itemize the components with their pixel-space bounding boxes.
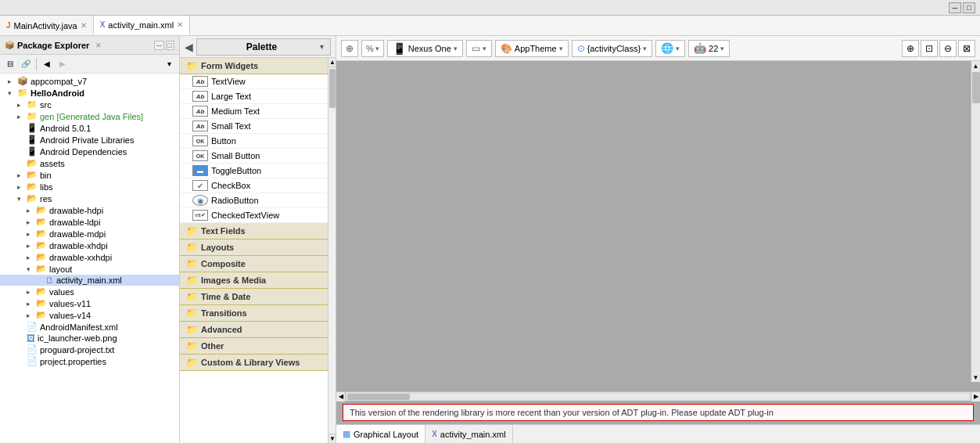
tree-item[interactable]: 📂 assets: [0, 157, 179, 169]
palette-section-images-media[interactable]: 📁 Images & Media: [180, 272, 328, 289]
panel-close-icon[interactable]: ✕: [95, 41, 102, 49]
package-explorer-tree[interactable]: ▸ 📦 appcompat_v7 ▾ 📁 HelloAndroid ▸ 📁 sr…: [0, 74, 179, 443]
zoom-dropdown[interactable]: % ▾: [361, 40, 384, 57]
zoom-out-right-button[interactable]: ⊖: [939, 40, 957, 57]
tree-item[interactable]: ▸ 📁 src: [0, 99, 179, 110]
editor-canvas[interactable]: ▲ ▼: [336, 61, 980, 391]
palette-scroll-thumb[interactable]: [329, 69, 336, 108]
tree-item[interactable]: ▸ 📂 drawable-xhdpi: [0, 240, 179, 251]
tree-item[interactable]: ▾ 📁 HelloAndroid: [0, 87, 179, 99]
panel-maximize-icon[interactable]: □: [166, 41, 174, 50]
drawable-mdpi-icon: 📂: [36, 229, 47, 239]
palette-scroll-up[interactable]: ▲: [328, 58, 336, 67]
scroll-v-down[interactable]: ▼: [971, 373, 980, 382]
tab-activity-xml[interactable]: X activity_main.xml: [425, 425, 512, 443]
zoom-in-button[interactable]: ⊕: [341, 40, 358, 57]
link-with-editor-button[interactable]: 🔗: [19, 57, 33, 71]
palette-section-time-date[interactable]: 📁 Time & Date: [180, 289, 328, 305]
custom-library-folder-icon: 📁: [186, 357, 198, 368]
tab-xml-close[interactable]: ✕: [177, 20, 183, 29]
tree-item[interactable]: 📱 Android Dependencies: [0, 146, 179, 157]
orientation-dropdown[interactable]: ▭ ▾: [466, 40, 492, 57]
tree-item[interactable]: ▸ 📦 appcompat_v7: [0, 75, 179, 87]
palette-back-arrow[interactable]: ◀: [185, 41, 193, 53]
values-icon: 📂: [36, 286, 47, 297]
palette-section-form-widgets[interactable]: 📁 Form Widgets: [180, 58, 328, 74]
scroll-h-right[interactable]: ▶: [971, 392, 980, 402]
zoom-actual-button[interactable]: ⊡: [921, 40, 938, 57]
tree-item[interactable]: ▾ 📂 res: [0, 193, 179, 204]
tree-label: Android 5.0.1: [40, 124, 91, 133]
canvas-scrollbar-vertical[interactable]: ▲ ▼: [971, 61, 980, 382]
locale-dropdown[interactable]: 🌐 ▾: [655, 40, 685, 57]
palette-section-text-fields[interactable]: 📁 Text Fields: [180, 223, 328, 240]
tree-item[interactable]: ▸ 📂 values: [0, 286, 179, 297]
tree-item[interactable]: 📄 AndroidManifest.xml: [0, 321, 179, 333]
textview-icon: Ab: [192, 76, 208, 87]
activity-dropdown[interactable]: ⊙ {activityClass} ▾: [572, 40, 652, 57]
tab-java-label: MainActivity.java: [14, 21, 77, 31]
scroll-h-thumb[interactable]: [347, 394, 410, 400]
tree-item[interactable]: 📄 proguard-project.txt: [0, 344, 179, 355]
tree-item[interactable]: 📱 Android 5.0.1: [0, 122, 179, 134]
tree-item[interactable]: 🖼 ic_launcher-web.png: [0, 333, 179, 344]
tab-java-close[interactable]: ✕: [81, 21, 87, 30]
back-button[interactable]: ◀: [40, 57, 54, 71]
api-dropdown[interactable]: 🤖 22 ▾: [688, 40, 730, 57]
tree-item[interactable]: ▸ 📂 libs: [0, 181, 179, 193]
tree-item[interactable]: ▸ 📂 bin: [0, 169, 179, 181]
palette-item-medium-text[interactable]: Ab Medium Text: [180, 104, 328, 119]
tree-item[interactable]: 📄 project.properties: [0, 355, 179, 367]
panel-menu-button[interactable]: ▾: [162, 57, 176, 71]
palette-scroll-down[interactable]: ▼: [328, 434, 336, 443]
scroll-v-up[interactable]: ▲: [971, 61, 980, 70]
tree-item[interactable]: ▸ 📁 gen [Generated Java Files]: [0, 110, 179, 122]
palette-item-toggle-button[interactable]: ▬ ToggleButton: [180, 164, 328, 178]
panel-minimize-icon[interactable]: ─: [154, 41, 163, 50]
tab-activity-main-xml[interactable]: X activity_main.xml ✕: [94, 16, 190, 35]
scroll-h-left[interactable]: ◀: [336, 392, 346, 402]
bin-icon: 📂: [27, 170, 38, 180]
tree-item[interactable]: ▸ 📂 drawable-hdpi: [0, 204, 179, 216]
palette-item-checked-textview[interactable]: va✔ CheckedTextView: [180, 208, 328, 223]
scroll-v-thumb[interactable]: [972, 72, 980, 103]
tree-item[interactable]: ▸ 📂 values-v14: [0, 309, 179, 321]
tree-item[interactable]: ▸ 📂 drawable-ldpi: [0, 216, 179, 228]
scroll-h-track: [347, 394, 969, 400]
toolbar-separator: [36, 58, 37, 70]
palette-section-composite[interactable]: 📁 Composite: [180, 256, 328, 272]
tab-main-activity-java[interactable]: J MainActivity.java ✕: [0, 16, 94, 35]
tree-item[interactable]: ▾ 📂 layout: [0, 263, 179, 275]
zoom-in-right-button[interactable]: ⊕: [902, 40, 919, 57]
tab-graphical-layout[interactable]: ▦ Graphical Layout: [336, 425, 425, 443]
palette-section-custom-library[interactable]: 📁 Custom & Library Views: [180, 355, 328, 371]
palette-dropdown-arrow[interactable]: ▾: [320, 42, 324, 51]
android-private-icon: 📱: [27, 135, 38, 145]
palette-item-small-button[interactable]: OK Small Button: [180, 149, 328, 164]
palette-item-textview[interactable]: Ab TextView: [180, 74, 328, 89]
palette-item-button[interactable]: OK Button: [180, 134, 328, 149]
palette-section-other[interactable]: 📁 Other: [180, 338, 328, 355]
palette-section-layouts[interactable]: 📁 Layouts: [180, 240, 328, 256]
palette-scrollbar[interactable]: ▲ ▼: [328, 58, 336, 443]
palette-item-radio-button[interactable]: ◉ RadioButton: [180, 193, 328, 208]
device-dropdown[interactable]: 📱 Nexus One ▾: [387, 40, 463, 57]
maximize-button[interactable]: □: [963, 2, 975, 13]
palette-section-advanced[interactable]: 📁 Advanced: [180, 322, 328, 338]
tree-item[interactable]: 📱 Android Private Libraries: [0, 134, 179, 146]
canvas-scrollbar-horizontal[interactable]: ◀ ▶: [336, 391, 980, 401]
tree-item-selected[interactable]: 🗋 activity_main.xml: [0, 275, 179, 286]
palette-item-checkbox[interactable]: ✔ CheckBox: [180, 178, 328, 193]
tree-item[interactable]: ▸ 📂 values-v11: [0, 297, 179, 309]
tree-item[interactable]: ▸ 📂 drawable-mdpi: [0, 228, 179, 240]
zoom-fit-button[interactable]: ⊠: [958, 40, 975, 57]
palette-section-transitions[interactable]: 📁 Transitions: [180, 305, 328, 322]
tree-label: assets: [40, 159, 65, 168]
tree-item[interactable]: ▸ 📂 drawable-xxhdpi: [0, 251, 179, 263]
minimize-button[interactable]: ─: [949, 2, 961, 13]
collapse-all-button[interactable]: ⊟: [3, 57, 17, 71]
theme-dropdown[interactable]: 🎨 AppTheme ▾: [495, 40, 569, 57]
palette-item-small-text[interactable]: Ab Small Text: [180, 119, 328, 134]
forward-button[interactable]: ▶: [56, 57, 70, 71]
palette-item-large-text[interactable]: Ab Large Text: [180, 89, 328, 104]
